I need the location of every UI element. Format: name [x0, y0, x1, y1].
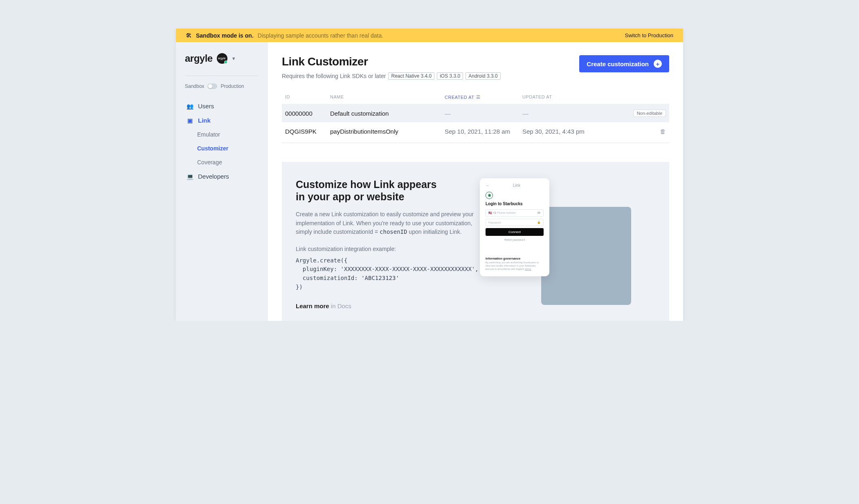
nav-emulator[interactable]: Emulator [185, 128, 259, 141]
nav-link[interactable]: ▣ Link [185, 113, 259, 128]
sandbox-desc: Displaying sample accounts rather than r… [258, 32, 383, 39]
app-frame: 🛠 Sandbox mode is on. Displaying sample … [176, 29, 683, 321]
chevron-down-icon[interactable]: ▼ [232, 56, 236, 61]
non-editable-badge: Non-editable [633, 110, 666, 117]
col-created-at[interactable]: CREATED AT ☰ [445, 94, 522, 100]
example-label: Link customization integration example: [296, 245, 488, 254]
main-content: Link Customizer Requires the following L… [268, 42, 683, 321]
nav-users[interactable]: 👥 Users [185, 99, 259, 113]
page-title: Link Customizer [282, 55, 501, 68]
switch-to-production-link[interactable]: Switch to Production [625, 32, 673, 38]
table-row[interactable]: DQGIS9PK payDistributionItemsOnly Sep 10… [282, 122, 669, 140]
sandbox-bold: Sandbox mode is on. [196, 32, 254, 39]
starbucks-logo-icon: ✺ [486, 192, 493, 199]
col-updated-at: UPDATED AT [522, 94, 612, 100]
password-field: Password 🔒 [486, 219, 544, 226]
explainer-body: Create a new Link customization to easil… [296, 210, 488, 237]
plus-icon: + [654, 60, 662, 68]
create-customization-button[interactable]: Create customization + [579, 55, 669, 72]
nav-customizer[interactable]: Customizer [185, 141, 259, 155]
developers-icon: 💻 [187, 173, 193, 180]
col-id: ID [285, 94, 330, 100]
connect-button: Connect [486, 228, 544, 236]
phone-preview: ← Link ✺ Login to Starbucks 🇺🇸 +1 Phone … [480, 178, 549, 276]
env-toggle[interactable] [207, 83, 217, 89]
env-sandbox-label: Sandbox [185, 83, 204, 89]
customizations-table: ID NAME CREATED AT ☰ UPDATED AT 00000000… [282, 94, 669, 143]
brand-logo: argyle [185, 53, 213, 64]
lock-icon: 🔒 [537, 221, 541, 224]
sidebar: argyle argyle ▼ Sandbox Production 👥 Use… [176, 42, 268, 321]
login-title: Login to Starbucks [486, 202, 544, 206]
table-row[interactable]: 00000000 Default customization — — Non-e… [282, 104, 669, 122]
col-name: NAME [330, 94, 445, 100]
phone-icon: ☎ [537, 211, 541, 215]
org-avatar[interactable]: argyle [217, 53, 227, 64]
sdk-pill: iOS 3.3.0 [437, 72, 463, 80]
nav-coverage[interactable]: Coverage [185, 155, 259, 169]
code-example: Argyle.create({ pluginKey: 'XXXXXXXX-XXX… [296, 256, 488, 292]
users-icon: 👥 [187, 103, 193, 110]
sdk-subline: Requires the following Link SDKs or late… [282, 72, 501, 80]
back-icon: ← [486, 183, 490, 188]
info-title: Information governance [486, 257, 544, 260]
learn-more-row: Learn more in Docs [296, 302, 488, 321]
sandbox-banner: 🛠 Sandbox mode is on. Displaying sample … [176, 29, 683, 42]
trash-icon[interactable]: 🗑 [660, 128, 666, 135]
preview-bg-block [541, 207, 631, 305]
sort-icon: ☰ [476, 94, 481, 100]
env-production-label: Production [220, 83, 244, 89]
reset-password-text: Reset password [486, 238, 544, 241]
sdk-pill: React Native 3.4.0 [388, 72, 434, 80]
nav-developers[interactable]: 💻 Developers [185, 169, 259, 184]
explainer-panel: Customize how Link appears in your app o… [282, 162, 669, 321]
preview-col: ← Link ✺ Login to Starbucks 🇺🇸 +1 Phone … [500, 178, 623, 321]
phone-field: 🇺🇸 +1 Phone number ☎ [486, 209, 544, 217]
link-icon: ▣ [187, 117, 193, 124]
tools-icon: 🛠 [186, 32, 192, 39]
explainer-heading: Customize how Link appears in your app o… [296, 178, 488, 203]
sdk-pill: Android 3.3.0 [465, 72, 500, 80]
learn-more-link[interactable]: Learn more [296, 302, 329, 309]
info-body: By continuing, you are authorizing GoodL… [486, 261, 544, 271]
sidebar-nav: 👥 Users ▣ Link Emulator Customizer Cover… [185, 99, 259, 184]
env-toggle-row: Sandbox Production [185, 76, 259, 89]
